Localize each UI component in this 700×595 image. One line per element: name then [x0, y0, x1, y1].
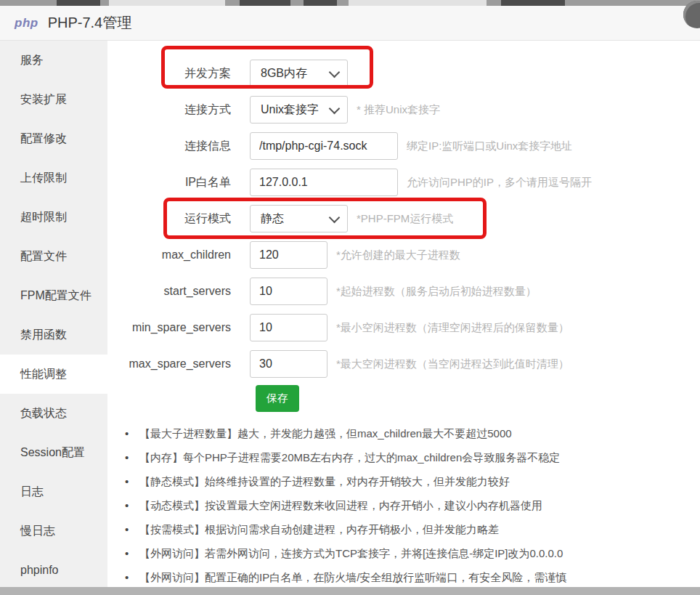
connection-type-selected-value: Unix套接字: [261, 102, 319, 118]
sidebar-item-performance[interactable]: 性能调整: [0, 355, 107, 394]
note-item: 【外网访问】配置正确的IP白名单，在防火墙/安全组放行监听端口，有安全风险，需谨…: [125, 565, 700, 589]
connection-type-label: 连接方式: [107, 102, 250, 118]
form-row-start-servers: start_servers*起始进程数（服务启动后初始进程数量）: [107, 273, 700, 309]
connection-info-hint: 绑定IP:监听端口或Uinx套接字地址: [407, 139, 572, 153]
connection-type-select[interactable]: Unix套接字: [250, 96, 348, 124]
run-mode-label: 运行模式: [107, 211, 250, 227]
sidebar-item-timeout-limit[interactable]: 超时限制: [0, 198, 107, 237]
form-row-ip-whitelist: IP白名单允许访问PHP的IP，多个请用逗号隔开: [107, 164, 700, 201]
concurrency-plan-select[interactable]: 8GB内存: [250, 60, 348, 87]
dialog-header: php PHP-7.4管理: [0, 6, 700, 41]
main-content: 并发方案8GB内存连接方式Unix套接字* 推荐Unix套接字连接信息绑定IP:…: [107, 41, 700, 587]
start-servers-hint: *起始进程数（服务启动后初始进程数量）: [336, 285, 537, 299]
note-item: 【最大子进程数量】越大，并发能力越强，但max_children最大不要超过50…: [125, 421, 700, 445]
form-row-run-mode: 运行模式静态*PHP-FPM运行模式: [107, 201, 700, 237]
sidebar-item-load-status[interactable]: 负载状态: [0, 394, 107, 433]
performance-form: 并发方案8GB内存连接方式Unix套接字* 推荐Unix套接字连接信息绑定IP:…: [107, 41, 700, 382]
connection-info-input[interactable]: [250, 132, 398, 160]
max-spare-servers-hint: *最大空闲进程数（当空闲进程达到此值时清理）: [336, 357, 569, 371]
page-edge-fragment: [57, 0, 100, 6]
sidebar-item-phpinfo[interactable]: phpinfo: [0, 551, 107, 590]
php-logo-icon: php: [15, 16, 38, 31]
chevron-down-icon: [329, 211, 341, 223]
form-row-max-spare-servers: max_spare_servers*最大空闲进程数（当空闲进程达到此值时清理）: [107, 346, 700, 382]
sidebar-item-disabled-funcs[interactable]: 禁用函数: [0, 315, 107, 355]
notes-list: 【最大子进程数量】越大，并发能力越强，但max_children最大不要超过50…: [107, 421, 700, 589]
min-spare-servers-hint: *最小空闲进程数（清理空闲进程后的保留数量）: [336, 321, 569, 335]
sidebar-item-config-file[interactable]: 配置文件: [0, 237, 107, 276]
save-row: 保存: [107, 385, 700, 412]
connection-info-label: 连接信息: [107, 139, 250, 154]
note-item: 【内存】每个PHP子进程需要20MB左右内存，过大的max_children会导…: [125, 445, 700, 469]
min-spare-servers-input[interactable]: [250, 314, 327, 341]
form-row-connection-info: 连接信息绑定IP:监听端口或Uinx套接字地址: [107, 128, 700, 164]
run-mode-select[interactable]: 静态: [250, 205, 348, 232]
form-row-min-spare-servers: min_spare_servers*最小空闲进程数（清理空闲进程后的保留数量）: [107, 309, 700, 346]
concurrency-plan-selected-value: 8GB内存: [261, 66, 307, 81]
note-item: 【外网访问】若需外网访问，连接方式为TCP套接字，并将[连接信息-绑定IP]改为…: [125, 541, 700, 565]
page-title: PHP-7.4管理: [48, 13, 132, 33]
form-row-max-children: max_children*允许创建的最大子进程数: [107, 237, 700, 273]
max-children-label: max_children: [107, 248, 250, 262]
sidebar-item-install-ext[interactable]: 安装扩展: [0, 80, 107, 119]
start-servers-label: start_servers: [107, 285, 250, 298]
sidebar-item-service[interactable]: 服务: [0, 41, 107, 80]
run-mode-selected-value: 静态: [261, 211, 284, 227]
min-spare-servers-label: min_spare_servers: [107, 321, 250, 334]
page-top-edge: [0, 0, 700, 6]
note-item: 【动态模式】按设置最大空闲进程数来收回进程，内存开销小，建议小内存机器使用: [125, 493, 700, 517]
page-bottom-edge: [0, 587, 700, 595]
note-item: 【按需模式】根据访问需求自动创建进程，内存开销极小，但并发能力略差: [125, 517, 700, 541]
sidebar-item-upload-limit[interactable]: 上传限制: [0, 158, 107, 198]
form-row-concurrency-plan: 并发方案8GB内存: [107, 55, 700, 92]
connection-type-hint: * 推荐Unix套接字: [357, 103, 440, 117]
ip-whitelist-hint: 允许访问PHP的IP，多个请用逗号隔开: [407, 176, 592, 190]
run-mode-hint: *PHP-FPM运行模式: [357, 212, 453, 226]
page-edge-fragment: [349, 0, 487, 6]
start-servers-input[interactable]: [250, 278, 327, 305]
sidebar-item-log[interactable]: 日志: [0, 472, 107, 511]
sidebar: 服务安装扩展配置修改上传限制超时限制配置文件FPM配置文件禁用函数性能调整负载状…: [0, 41, 107, 587]
chevron-down-icon: [329, 66, 341, 78]
page-edge-fragment: [240, 0, 290, 6]
page-edge-fragment: [304, 0, 337, 6]
sidebar-item-config-modify[interactable]: 配置修改: [0, 119, 107, 158]
ip-whitelist-input[interactable]: [250, 169, 398, 196]
max-children-input[interactable]: [250, 241, 327, 269]
max-spare-servers-input[interactable]: [250, 350, 327, 378]
chevron-down-icon: [329, 102, 341, 114]
concurrency-plan-label: 并发方案: [107, 66, 250, 81]
max-spare-servers-label: max_spare_servers: [107, 357, 250, 371]
note-item: 【静态模式】始终维持设置的子进程数量，对内存开销较大，但并发能力较好: [125, 469, 700, 493]
save-button[interactable]: 保存: [256, 385, 299, 412]
sidebar-item-fpm-config[interactable]: FPM配置文件: [0, 276, 107, 315]
sidebar-item-slow-log[interactable]: 慢日志: [0, 511, 107, 551]
sidebar-item-session-config[interactable]: Session配置: [0, 433, 107, 472]
max-children-hint: *允许创建的最大子进程数: [336, 248, 460, 262]
page-edge-fragment: [109, 0, 225, 6]
form-row-connection-type: 连接方式Unix套接字* 推荐Unix套接字: [107, 92, 700, 128]
page-edge-fragment: [501, 0, 565, 6]
ip-whitelist-label: IP白名单: [107, 175, 250, 190]
